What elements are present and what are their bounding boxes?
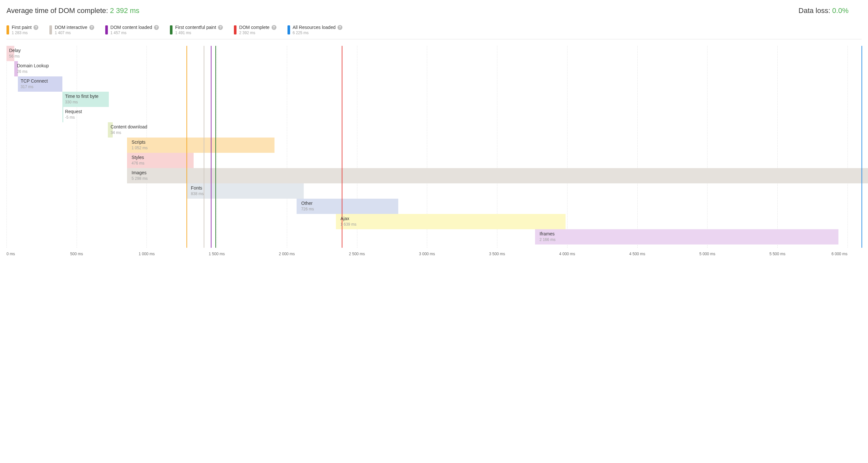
waterfall-bar-value: 26 ms [17,69,28,74]
legend-label: All Resources loaded [293,25,336,30]
waterfall-bar-value: 1 052 ms [131,146,148,150]
chart-legend: First paint?1 283 msDOM interactive?1 40… [6,25,862,39]
waterfall-bar-label: Content download [111,124,147,129]
legend-value: 1 283 ms [12,31,38,35]
waterfall-bar-value: 838 ms [191,192,204,196]
waterfall-bar-value: 2 166 ms [539,237,556,242]
legend-item[interactable]: First contentful paint?1 491 ms [170,25,223,35]
waterfall-bar-value: 726 ms [301,207,314,211]
axis-tick: 4 000 ms [559,252,575,256]
axis-tick: 4 500 ms [629,252,645,256]
waterfall-row: Styles476 ms [6,153,862,168]
help-icon[interactable]: ? [338,25,342,30]
waterfall-bar-label: TCP Connect [21,78,48,84]
waterfall-bar-value: -5 ms [65,115,75,120]
axis-tick: 2 500 ms [349,252,365,256]
axis-tick: 3 000 ms [419,252,435,256]
waterfall-bar-value: 476 ms [131,161,144,166]
waterfall-bar-value: 330 ms [65,100,78,105]
marker-line [862,46,862,248]
marker-line [204,46,204,248]
legend-label: DOM complete [239,25,269,30]
waterfall-row: Images5 298 ms [6,168,862,183]
legend-value: 2 392 ms [239,31,276,35]
x-axis: 0 ms500 ms1 000 ms1 500 ms2 000 ms2 500 … [6,249,862,259]
avg-dom-complete-value: 2 392 ms [110,6,140,15]
header-metrics: Average time of DOM complete: 2 392 ms D… [6,6,862,15]
chart-plot-area: Delay56 msDomain Lookup26 msTCP Connect3… [6,46,862,248]
legend-label: DOM interactive [55,25,87,30]
legend-color-chip [6,25,9,34]
axis-tick: 500 ms [70,252,83,256]
help-icon[interactable]: ? [89,25,94,30]
legend-label: DOM content loaded [111,25,152,30]
legend-item[interactable]: DOM interactive?1 407 ms [50,25,94,35]
waterfall-bar[interactable] [535,229,839,244]
marker-line [211,46,212,248]
marker-line [186,46,187,248]
waterfall-row: Domain Lookup26 ms [6,61,862,77]
legend-item[interactable]: DOM complete?2 392 ms [234,25,276,35]
legend-label: First contentful paint [175,25,216,30]
data-loss-value: 0.0% [832,6,848,15]
waterfall-bar-label: Request [65,109,82,114]
waterfall-bar-label: Iframes [539,231,555,236]
waterfall-row: Fonts838 ms [6,183,862,199]
axis-tick: 1 500 ms [209,252,225,256]
legend-color-chip [50,25,52,34]
axis-tick: 5 500 ms [769,252,785,256]
data-loss: Data loss: 0.0% [799,6,848,15]
legend-color-chip [170,25,173,34]
waterfall-bar-value: 34 ms [111,131,121,135]
waterfall-bar-label: Images [131,170,147,175]
legend-color-chip [234,25,237,34]
waterfall-bar-value: 56 ms [9,54,20,59]
legend-item[interactable]: DOM content loaded?1 457 ms [105,25,159,35]
legend-label: First paint [12,25,32,30]
waterfall-bar-label: Ajax [340,216,349,221]
legend-color-chip [287,25,290,34]
help-icon[interactable]: ? [218,25,223,30]
waterfall-bar[interactable] [62,107,63,122]
waterfall-row: Time to first byte330 ms [6,92,862,107]
waterfall-bar-value: 1 639 ms [340,222,356,227]
waterfall-row: Iframes2 166 ms [6,229,862,244]
waterfall-bar-label: Styles [131,155,144,160]
help-icon[interactable]: ? [272,25,276,30]
axis-tick: 0 ms [6,252,15,256]
waterfall-bar[interactable] [336,214,565,229]
waterfall-chart: Delay56 msDomain Lookup26 msTCP Connect3… [6,39,862,262]
axis-tick: 6 000 ms [831,252,847,256]
waterfall-row: Content download34 ms [6,122,862,138]
waterfall-bar-label: Delay [9,48,21,53]
waterfall-bar-value: 5 298 ms [131,176,148,181]
axis-tick: 3 500 ms [489,252,505,256]
waterfall-bar-label: Scripts [131,140,146,145]
legend-color-chip [105,25,108,34]
axis-tick: 1 000 ms [139,252,155,256]
waterfall-bar-label: Domain Lookup [17,63,49,68]
waterfall-row: TCP Connect317 ms [6,77,862,92]
legend-item[interactable]: First paint?1 283 ms [6,25,38,35]
waterfall-row: Delay56 ms [6,46,862,61]
legend-value: 1 457 ms [111,31,159,35]
axis-tick: 2 000 ms [279,252,294,256]
help-icon[interactable]: ? [33,25,38,30]
waterfall-bar-value: 317 ms [21,85,33,89]
waterfall-bar-label: Fonts [191,185,203,191]
waterfall-bar-label: Time to first byte [65,94,98,99]
waterfall-bar[interactable] [127,168,868,183]
marker-line [215,46,216,248]
help-icon[interactable]: ? [154,25,159,30]
avg-dom-complete-label: Average time of DOM complete: [6,6,108,15]
axis-tick: 5 000 ms [700,252,715,256]
legend-value: 1 407 ms [55,31,94,35]
waterfall-row: Request-5 ms [6,107,862,122]
waterfall-row: Scripts1 052 ms [6,138,862,153]
legend-item[interactable]: All Resources loaded?6 225 ms [287,25,342,35]
waterfall-row: Other726 ms [6,199,862,214]
avg-dom-complete: Average time of DOM complete: 2 392 ms [6,6,140,15]
waterfall-row: Ajax1 639 ms [6,214,862,229]
waterfall-bar[interactable] [127,138,275,153]
waterfall-bar-label: Other [301,201,312,206]
